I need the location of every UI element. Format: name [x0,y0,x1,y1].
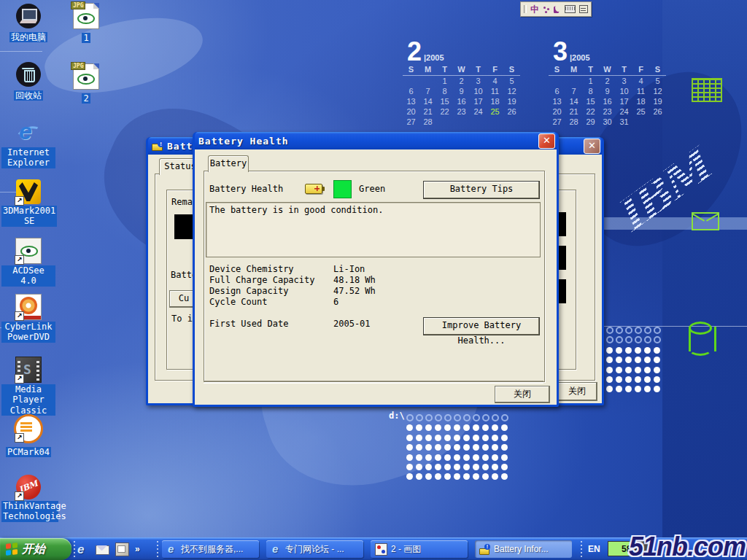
task-button-Battery-Infor-[interactable]: Battery Infor... [475,540,572,558]
calendar-day: 15 [582,96,599,106]
desktop-icon-cyberlink-powerdvd[interactable]: ↗CyberLink PowerDVD [1,294,55,343]
calendar-day: 13 [403,96,419,106]
battery-health-titlebar[interactable]: Battery Health ✕ [195,132,557,149]
calendar-day: 1 [436,76,453,87]
tab-battery[interactable]: Battery [208,155,249,172]
calendar-day: 16 [599,96,616,106]
wallpaper-dot [616,386,622,392]
wallpaper-dot [644,327,651,334]
mail-quicklaunch-icon[interactable] [96,545,109,555]
calendar-day: 31 [616,117,632,127]
thinkvantage-technologies-icon: IBM↗ [16,475,41,499]
calendar-day: 23 [453,106,470,117]
wallpaper-dot [463,424,470,431]
wallpaper-dot [454,464,460,470]
wallpaper-dot [416,444,422,451]
task-button-专门网论坛-[interactable]: 专门网论坛 - ... [266,540,363,558]
calendar-today: 25 [487,106,503,117]
desktop-icon-pcmark04[interactable]: ↗PCMark04 [1,414,55,458]
wallpaper-dot [454,435,460,441]
improve-battery-health-button[interactable]: Improve Battery Health... [423,317,540,335]
ime-drag-handle[interactable] [524,5,527,13]
show-desktop-icon[interactable] [115,542,129,556]
close-button-dialog[interactable]: 关闭 [495,386,550,403]
language-indicator[interactable]: EN [588,544,600,554]
desktop-icon-jpg-2[interactable]: JPG2 [69,63,104,104]
close-icon[interactable]: ✕ [538,133,555,149]
ime-punctuation-icon[interactable] [543,6,550,13]
calendar-day [453,117,470,127]
calendar-day-header: F [632,64,649,76]
ime-chinese-mode-icon[interactable]: 中 [530,5,539,14]
calendar-day-header: M [419,64,436,76]
quick-launch-expand-icon[interactable]: » [135,544,140,554]
wallpaper-dot [606,386,613,392]
wallpaper-dot [644,336,651,343]
wallpaper-dot [492,444,498,451]
calendar-day [419,76,436,87]
calendar-day-header: T [616,64,632,76]
desktop-icon-internet-explorer[interactable]: eInternet Explorer [1,121,55,168]
calendar-day: 13 [549,96,565,106]
calendar-day: 5 [503,76,520,87]
calendar-day: 4 [632,76,649,87]
battery-tips-button[interactable]: Battery Tips [423,181,540,199]
wallpaper-dot [654,386,660,392]
calendar-day: 30 [599,117,616,127]
calendar-day: 21 [419,106,436,117]
calendar-day [470,117,487,127]
wallpaper-dot [625,357,632,363]
desktop-icon-my-computer[interactable]: 我的电脑 [1,4,55,43]
wallpaper-dot [654,367,660,373]
desktop-icon-3dmark2001-se[interactable]: ↗3DMark2001 SE [1,179,55,227]
calendar-year: |2005 [570,53,590,62]
desktop-icon-recycle-bin[interactable]: 回收站 [1,62,55,101]
calendar-header: 3|2005 [549,36,666,64]
wallpaper-dot [654,327,661,334]
shortcut-arrow-icon: ↗ [15,433,24,443]
calendar-day [549,76,565,87]
ie-quicklaunch-icon[interactable]: e [77,543,90,556]
close-button-bg-window[interactable]: 关闭 [557,382,597,401]
calendar-month: 3 [553,36,568,66]
calendar-day: 18 [632,96,649,106]
field-row-device-chemistry: Device ChemistryLi-Ion [209,261,376,272]
field-value: 47.52 Wh [333,286,376,296]
wallpaper-dot [463,454,470,461]
ime-menu-icon[interactable] [579,5,588,13]
wallpaper-dot [482,435,489,441]
desktop-icon-jpg-1[interactable]: JPG1 [69,3,104,44]
calendar-day: 3 [470,76,487,87]
wallpaper-dot [606,327,614,334]
desktop-icon-thinkvantage-technologies[interactable]: IBM↗ThinkVantage Technologies [1,475,55,522]
close-icon[interactable]: ✕ [584,139,600,154]
calendar-day-header: T [582,64,599,76]
calendar-grid: SMTWTFS123456789101112131415161718192021… [403,64,520,127]
desktop-icon-label: Internet Explorer [1,147,55,168]
tray-separator [580,541,582,557]
ime-toolbar[interactable]: 中 [520,1,592,17]
desktop-icon-acdsee-40[interactable]: ↗ACDSee 4.0 [1,238,55,287]
task-button-找不到服务器-[interactable]: 找不到服务器,... [162,540,259,558]
jpg-1-icon: JPG [73,3,99,29]
calendar-day: 5 [649,76,666,87]
cyberlink-powerdvd-icon: ↗ [15,294,42,320]
wallpaper-dot [416,464,422,470]
calendar-day: 11 [632,86,649,96]
wallpaper-dot [654,347,660,354]
start-button[interactable]: 开始 [0,538,71,560]
wallpaper-dot [454,424,460,431]
jpg-2-icon: JPG [73,63,99,90]
desktop-icon-media-player-classic[interactable]: S↗Media Player Classic [1,357,55,416]
ime-pen-icon[interactable] [554,6,561,13]
task-button-2-画图[interactable]: 2 - 画图 [371,540,468,558]
ie-icon [166,544,177,555]
wallpaper-dot [635,347,641,354]
wallpaper-dot [625,367,632,373]
wallpaper-dot [425,454,432,461]
ime-keyboard-icon[interactable] [565,5,576,13]
wallpaper-dot [606,357,613,363]
wallpaper-dot [454,414,461,421]
calendar-day: 6 [403,86,419,96]
calendar-day [503,117,520,127]
